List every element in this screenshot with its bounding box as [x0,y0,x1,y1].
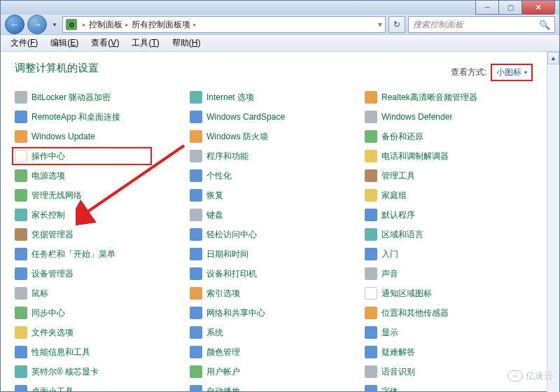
item-icon [190,130,202,143]
control-panel-item[interactable]: 文件夹选项 [15,323,183,342]
control-panel-item[interactable]: 用户帐户 [190,363,358,381]
control-panel-item[interactable]: 索引选项 [190,284,358,302]
control-panel-item[interactable]: 设备和打印机 [190,265,358,283]
control-panel-item[interactable]: 声音 [365,265,533,283]
control-panel-item[interactable]: 备份和还原 [365,127,533,146]
control-panel-item[interactable]: 管理工具 [365,167,533,185]
scroll-track[interactable] [547,64,559,392]
item-label: 性能信息和工具 [31,346,90,358]
item-label: 恢复 [206,190,223,202]
search-input[interactable]: 搜索控制面板 🔍 [408,16,555,33]
control-panel-item[interactable]: 系统 [190,323,358,342]
control-panel-item[interactable]: 位置和其他传感器 [365,304,533,322]
menu-v[interactable]: 查看(V) [85,35,125,51]
control-panel-item[interactable]: 默认程序 [365,206,533,224]
item-label: 疑难解答 [382,346,415,358]
control-panel-item[interactable]: 区域和语言 [365,225,533,244]
item-label: 鼠标 [31,288,48,300]
close-button[interactable]: ✕ [522,1,555,15]
control-panel-item[interactable]: 设备管理器 [15,265,183,283]
search-placeholder: 搜索控制面板 [413,19,463,31]
control-panel-item[interactable]: 轻松访问中心 [190,225,358,244]
address-dropdown-icon[interactable]: ▾ [378,20,382,29]
control-panel-item[interactable]: RemoteApp 和桌面连接 [15,108,183,126]
control-panel-item[interactable]: Windows Defender [365,108,533,126]
refresh-button[interactable]: ↻ [388,16,405,33]
control-panel-item[interactable]: 字体 [365,382,533,392]
control-panel-item[interactable]: 语音识别 [365,363,533,381]
menu-e[interactable]: 编辑(E) [45,35,84,51]
control-panel-item[interactable]: Windows Update [15,127,183,146]
control-panel-item[interactable]: 入门 [365,245,533,263]
item-icon [365,248,377,260]
breadcrumb-leaf[interactable]: 所有控制面板项 [132,19,190,31]
item-label: 桌面小工具 [31,386,74,393]
control-panel-item[interactable]: BitLocker 驱动器加密 [15,88,183,106]
item-label: Realtek高清晰音频管理器 [382,92,477,104]
back-button[interactable]: ← [5,15,24,34]
item-label: 区域和语言 [382,229,424,241]
control-panel-item[interactable]: 电话和调制解调器 [365,147,533,165]
control-panel-item[interactable]: Internet 选项 [190,88,358,106]
item-label: 管理工具 [382,170,415,182]
item-label: Windows CardSpace [206,112,285,122]
control-panel-item[interactable]: 通知区域图标 [365,284,533,302]
item-label: 设备管理器 [31,268,74,280]
item-label: 英特尔® 核芯显卡 [31,366,99,378]
forward-button[interactable]: → [27,15,47,34]
control-panel-item[interactable]: 凭据管理器 [15,225,183,244]
control-panel-item[interactable]: 颜色管理 [190,343,358,361]
control-panel-item[interactable]: 性能信息和工具 [15,343,183,361]
control-panel-item[interactable]: Realtek高清晰音频管理器 [365,88,533,106]
control-panel-item[interactable]: 家庭组 [365,186,533,204]
control-panel-item[interactable]: 键盘 [190,206,358,224]
control-panel-item[interactable]: 日期和时间 [190,245,358,263]
control-panel-item[interactable]: 显示 [365,323,533,342]
items-grid: BitLocker 驱动器加密Internet 选项Realtek高清晰音频管理… [15,88,533,392]
item-label: 任务栏和「开始」菜单 [31,248,115,260]
breadcrumb-root[interactable]: 控制面板 [89,19,122,31]
menu-h[interactable]: 帮助(H) [167,35,206,51]
item-icon [190,169,202,182]
control-panel-item[interactable]: 恢复 [190,186,358,204]
item-label: 电话和调制解调器 [382,150,449,162]
breadcrumb-field[interactable]: ⚙ ▸ 控制面板 ▸ 所有控制面板项 ▸ ▾ [62,16,386,33]
control-panel-item[interactable]: 自动播放 [190,382,358,392]
item-label: 自动播放 [206,386,240,393]
item-icon [15,365,27,378]
control-panel-item[interactable]: 操作中心 [12,147,152,165]
search-icon[interactable]: 🔍 [539,20,550,30]
view-mode-dropdown[interactable]: 小图标 ▾ [491,64,533,81]
item-icon [15,385,27,392]
minimize-button[interactable]: ─ [475,1,499,15]
control-panel-item[interactable]: Windows CardSpace [190,108,358,126]
item-icon [15,326,27,339]
menu-t[interactable]: 工具(T) [126,35,164,51]
vertical-scrollbar[interactable]: ▲ ▼ [547,52,559,392]
control-panel-item[interactable]: 家长控制 [15,206,183,224]
control-panel-item[interactable]: 英特尔® 核芯显卡 [15,363,183,381]
scroll-up-button[interactable]: ▲ [547,52,559,64]
control-panel-item[interactable]: 管理无线网络 [15,186,183,204]
menu-f[interactable]: 文件(F) [5,35,43,51]
control-panel-item[interactable]: 个性化 [190,167,358,185]
nav-history-dropdown[interactable]: ▼ [50,15,59,34]
item-label: 凭据管理器 [31,229,74,241]
item-icon [15,287,27,300]
item-icon [15,150,27,162]
control-panel-item[interactable]: Windows 防火墙 [190,127,358,146]
control-panel-item[interactable]: 任务栏和「开始」菜单 [15,245,183,263]
item-icon [365,287,377,300]
control-panel-item[interactable]: 电源选项 [15,167,183,185]
item-label: Internet 选项 [206,92,254,104]
control-panel-item[interactable]: 疑难解答 [365,343,533,361]
control-panel-item[interactable]: 桌面小工具 [15,382,183,392]
control-panel-item[interactable]: 鼠标 [15,284,183,302]
content-area: 调整计算机的设置 查看方式: 小图标 ▾ BitLocker 驱动器加密Inte… [1,52,559,392]
control-panel-item[interactable]: 网络和共享中心 [190,304,358,322]
maximize-button[interactable]: ▢ [498,1,522,15]
control-panel-item[interactable]: 程序和功能 [190,147,358,165]
control-panel-item[interactable]: 同步中心 [15,304,183,322]
item-icon [190,365,202,378]
item-label: Windows Defender [382,112,452,122]
